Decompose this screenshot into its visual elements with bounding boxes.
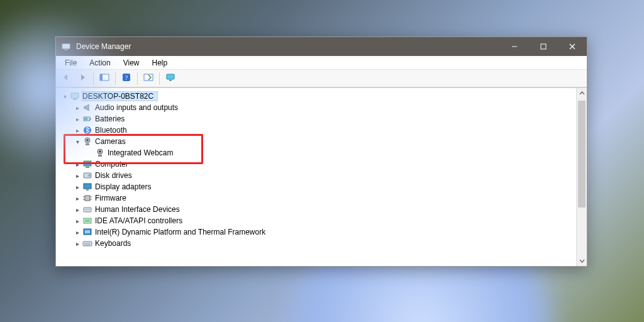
forward-icon [77,73,87,84]
svg-point-18 [84,126,91,134]
tree-item-display-adapters[interactable]: ▸ Display adapters [60,181,576,192]
svg-rect-7 [100,74,103,80]
svg-rect-15 [84,117,90,121]
svg-rect-29 [84,184,91,189]
svg-rect-16 [90,118,91,119]
scroll-thumb[interactable] [578,101,586,208]
chevron-down-icon[interactable]: ▾ [74,138,81,145]
titlebar[interactable]: Device Manager [56,37,587,56]
menubar: File Action View Help [56,56,587,70]
svg-rect-12 [169,80,172,81]
svg-rect-24 [98,155,102,157]
device-tree[interactable]: ▾ DESKTOP-0BST82C ▸ Audio inputs and out… [56,88,576,266]
menu-action[interactable]: Action [83,57,116,69]
svg-point-19 [85,138,90,143]
menu-view[interactable]: View [117,57,146,69]
scroll-down-button[interactable] [577,255,587,266]
app-icon [61,42,71,52]
svg-point-28 [88,174,91,177]
chip-icon [82,193,92,203]
help-icon: ? [121,72,131,84]
svg-rect-1 [64,49,67,50]
chevron-right-icon[interactable]: ▸ [74,195,81,202]
help-button[interactable]: ? [119,72,134,86]
svg-rect-26 [86,167,89,168]
svg-rect-13 [71,93,79,98]
keyboard-icon [82,238,92,248]
toolbar-separator [115,72,116,85]
tree-item-bluetooth[interactable]: ▸ Bluetooth [60,125,576,136]
display-icon [82,182,92,192]
tree-item-disk-drives[interactable]: ▸ Disk drives [60,170,576,181]
window-title: Device Manager [76,42,131,51]
tree-root[interactable]: ▾ DESKTOP-0BST82C [60,91,576,102]
toolbar-separator [137,72,138,85]
tree-item-keyboards[interactable]: ▸ Keyboards [60,238,576,249]
back-icon [61,73,71,84]
chevron-right-icon[interactable]: ▸ [74,218,81,225]
toolbar-separator [159,72,160,85]
chevron-right-icon[interactable]: ▸ [74,127,81,134]
tree-root-label: DESKTOP-0BST82C [82,92,157,101]
monitor-icon [165,73,175,84]
vertical-scrollbar[interactable] [576,88,587,266]
svg-rect-6 [100,74,109,80]
tree-item-audio[interactable]: ▸ Audio inputs and outputs [60,102,576,113]
show-hide-console-tree-button[interactable] [97,72,112,86]
chevron-right-icon[interactable]: ▸ [74,104,81,111]
tree-item-ide[interactable]: ▸ IDE ATA/ATAPI controllers [60,215,576,226]
svg-rect-39 [85,219,90,222]
client-area: ▾ DESKTOP-0BST82C ▸ Audio inputs and out… [56,87,587,266]
platform-icon [82,227,92,237]
svg-rect-25 [84,161,91,166]
chevron-right-icon[interactable]: ▸ [74,116,81,123]
tree-item-hid[interactable]: ▸ Human Interface Devices [60,204,576,215]
battery-icon [82,114,92,124]
tree-item-firmware[interactable]: ▸ Firmware [60,192,576,204]
toolbar: ? [56,70,587,87]
chevron-right-icon[interactable]: ▸ [74,184,81,191]
svg-rect-3 [541,44,546,49]
menu-file[interactable]: File [58,57,83,69]
back-button[interactable] [58,72,74,86]
forward-button[interactable] [75,72,90,86]
devices-monitor-button[interactable] [163,72,178,86]
chevron-down-icon[interactable]: ▾ [61,93,69,100]
tree-item-integrated-webcam[interactable]: ▸ Integrated Webcam [60,147,576,158]
svg-rect-17 [84,118,87,120]
close-button[interactable] [558,37,587,56]
speaker-icon [82,103,92,113]
maximize-button[interactable] [529,37,558,56]
camera-icon [82,136,92,147]
disk-icon [82,170,92,180]
svg-point-20 [86,139,89,142]
scan-icon [143,73,153,84]
chevron-right-icon[interactable]: ▸ [74,161,81,168]
bluetooth-icon [82,125,92,135]
minimize-button[interactable] [500,37,529,56]
menu-help[interactable]: Help [146,57,174,69]
svg-rect-41 [85,230,90,233]
tree-item-intel-dptf[interactable]: ▸ Intel(R) Dynamic Platform and Thermal … [60,226,576,238]
hid-icon [82,204,92,214]
chevron-right-icon[interactable]: ▸ [74,229,81,236]
toolbar-separator [93,72,94,85]
svg-rect-11 [167,74,174,79]
scan-hardware-button[interactable] [141,72,156,86]
webcam-icon [95,148,105,158]
svg-point-23 [99,150,101,153]
pc-icon [82,159,92,169]
device-manager-window: Device Manager File Action View Help ? ▾ [55,36,587,267]
tree-item-batteries[interactable]: ▸ Batteries [60,113,576,125]
scroll-up-button[interactable] [577,88,587,99]
chevron-right-icon[interactable]: ▸ [74,240,81,247]
tree-item-computer[interactable]: ▸ Computer [60,158,576,170]
chevron-right-icon[interactable]: ▸ [74,206,81,213]
svg-rect-14 [73,99,77,100]
tree-pane-icon [99,73,109,84]
svg-rect-0 [62,44,70,49]
tree-item-cameras[interactable]: ▾ Cameras [60,136,576,147]
chevron-right-icon[interactable]: ▸ [74,172,81,179]
svg-rect-21 [86,143,89,145]
svg-rect-31 [85,196,90,201]
